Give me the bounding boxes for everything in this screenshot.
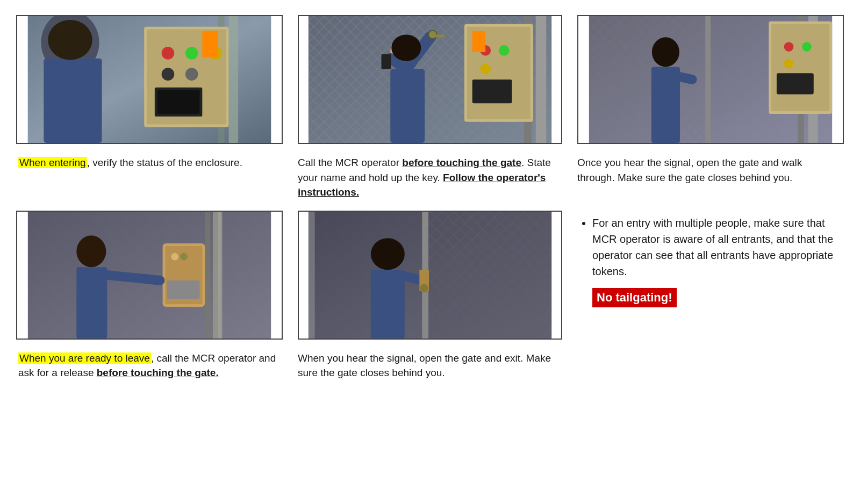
- svg-rect-19: [536, 16, 547, 143]
- svg-point-16: [48, 20, 92, 60]
- image-1: [16, 15, 283, 144]
- caption-2: Call the MCR operator before touching th…: [290, 150, 570, 203]
- svg-rect-34: [390, 69, 425, 143]
- caption-6: For an entry with multiple people, make …: [570, 203, 849, 384]
- svg-point-43: [802, 42, 812, 52]
- svg-line-61: [97, 274, 160, 280]
- svg-rect-68: [371, 270, 405, 339]
- svg-point-25: [480, 64, 491, 75]
- caption-5: When you hear the signal, open the gate …: [290, 345, 570, 384]
- bullet-item-1: For an entry with multiple people, make …: [592, 215, 842, 279]
- image-5: [298, 211, 562, 340]
- caption-3-text: Once you hear the signal, open the gate …: [577, 157, 802, 183]
- svg-point-57: [180, 253, 188, 260]
- no-tailgating-badge: No tailgating!: [592, 288, 677, 307]
- svg-line-49: [668, 74, 692, 80]
- svg-rect-64: [425, 212, 551, 339]
- svg-rect-13: [202, 31, 218, 57]
- svg-point-9: [162, 68, 175, 81]
- image-cell-5: [290, 203, 570, 345]
- caption-3: Once you hear the signal, open the gate …: [570, 150, 849, 203]
- svg-rect-31: [434, 34, 445, 37]
- image-cell-4: [11, 203, 290, 345]
- svg-point-47: [652, 37, 679, 67]
- svg-point-6: [162, 47, 175, 60]
- caption-4: When you are ready to leave, call the MC…: [11, 345, 290, 384]
- caption-2-bold1: before touching the gate: [402, 157, 521, 168]
- caption-4-bold: before touching the gate.: [97, 367, 219, 378]
- svg-rect-12: [157, 90, 200, 114]
- bullet-list: For an entry with multiple people, make …: [577, 215, 842, 279]
- svg-line-69: [401, 275, 422, 280]
- svg-point-67: [371, 238, 405, 270]
- highlight-when-leaving: When you are ready to leave: [18, 352, 151, 364]
- caption-2-plain1: Call the MCR operator: [298, 157, 402, 168]
- caption-1-rest: , verify the status of the enclosure.: [87, 157, 242, 168]
- svg-point-44: [784, 59, 794, 69]
- svg-rect-27: [472, 31, 486, 52]
- svg-rect-58: [167, 280, 199, 298]
- svg-point-71: [420, 284, 428, 292]
- svg-rect-26: [472, 80, 512, 103]
- caption-5-text: When you hear the signal, open the gate …: [298, 352, 551, 379]
- highlight-when-entering: When entering: [18, 157, 87, 168]
- image-cell-2: [290, 10, 570, 150]
- caption-1: When entering, verify the status of the …: [11, 150, 290, 203]
- svg-rect-15: [44, 59, 102, 143]
- page-container: When entering, verify the status of the …: [0, 0, 860, 393]
- svg-rect-53: [218, 212, 223, 339]
- svg-point-10: [185, 68, 198, 81]
- svg-rect-46: [705, 16, 711, 143]
- svg-point-35: [391, 34, 421, 61]
- svg-rect-33: [382, 54, 391, 69]
- svg-point-42: [784, 42, 794, 52]
- svg-point-30: [428, 31, 437, 39]
- svg-rect-41: [771, 24, 829, 111]
- svg-point-7: [185, 47, 198, 60]
- svg-rect-2: [229, 16, 239, 143]
- image-cell-3: [570, 10, 849, 150]
- svg-rect-66: [309, 212, 315, 339]
- svg-point-24: [499, 45, 510, 56]
- svg-rect-45: [777, 73, 814, 94]
- svg-rect-52: [205, 212, 210, 339]
- image-2: [298, 15, 562, 144]
- svg-point-56: [171, 253, 178, 260]
- svg-point-59: [76, 235, 106, 267]
- image-3: [577, 15, 844, 144]
- image-cell-1: [11, 10, 290, 150]
- image-4: [16, 211, 283, 340]
